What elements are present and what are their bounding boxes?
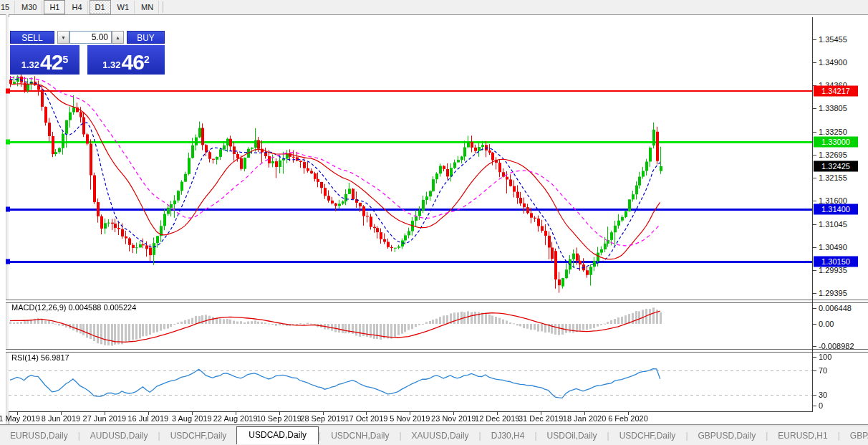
time-axis-date: 23 Nov 2019 [431,414,476,423]
tab-usdchf-daily[interactable]: USDCHF,Daily [609,428,686,444]
buy-price-button[interactable]: 1.32462 [87,45,165,75]
price-axis-value: 1.29395 [819,289,847,297]
price-axis-tick [813,224,816,225]
sell-price-main: 42 [40,52,62,72]
price-axis-value: 1.31045 [819,220,847,229]
rsi-axis-value: 70 [819,366,827,375]
time-axis-date: 28 Sep 2019 [300,414,344,423]
price-axis-tick [813,178,816,178]
hline-handle[interactable] [6,206,10,211]
time-axis-date: 8 Jun 2019 [42,414,80,423]
timeframe-button-d1[interactable]: D1 [90,0,111,14]
tab-eurusd-h1[interactable]: EURUSD,H1 [768,428,837,444]
price-flag: 1.30150 [814,256,858,267]
price-flag: 1.33000 [814,137,858,148]
macd-indicator-label: MACD(12,26,9) 0.004588 0.005224 [11,303,136,312]
macd-axis-value: 0.006448 [819,304,852,312]
rsi-indicator-label: RSI(14) 56.9817 [11,353,69,362]
timeframe-button-15[interactable]: 15 [1,1,15,14]
tab-usdchf-daily[interactable]: USDCHF,Daily [160,428,237,444]
price-axis-tick [813,155,816,155]
price-axis-tick [813,270,816,271]
timeframe-button-m30[interactable]: M30 [16,1,42,14]
price-axis-tick [813,39,816,40]
rsi-axis-value: 0 [819,401,823,410]
sell-price-pip: 5 [62,47,68,72]
price-axis-border [812,17,813,412]
buy-price-main: 46 [122,52,144,72]
price-axis-value: 1.32155 [819,173,847,182]
timeframe-button-mn[interactable]: MN [136,1,159,14]
time-axis-date: 22 Aug 2019 [213,414,258,423]
price-axis-value: 1.33805 [819,104,847,113]
macd-current-values: 0.004588 0.005224 [68,303,136,312]
price-axis-tick [813,108,816,109]
time-axis-date: 31 Dec 2019 [519,414,563,423]
rsi-axis-tick [813,406,816,406]
one-click-trade-panel: SELL ▼ 5.00 ▲ BUY 1.32425 1.32462 [10,31,165,75]
time-axis-border [9,411,813,412]
price-axis-tick [813,132,816,133]
timeframe-button-h1[interactable]: H1 [44,0,65,14]
price-axis-tick [813,293,816,294]
hline-handle[interactable] [6,140,10,145]
hline-handle[interactable] [6,89,10,94]
time-axis-date: 27 Jun 2019 [83,414,127,423]
volume-increase-icon[interactable]: ▲ [112,31,124,44]
price-flag: 1.34217 [814,86,858,97]
time-axis-date: 17 Oct 2019 [344,414,387,423]
volume-stepper: ▼ 5.00 ▲ [57,31,124,44]
price-axis-value: 1.33250 [819,128,847,136]
hline-handle[interactable] [6,259,10,264]
tab-audusd-daily[interactable]: AUDUSD,Daily [80,428,158,444]
price-axis-tick [813,62,816,63]
timeframe-button-w1[interactable]: W1 [112,1,135,14]
volume-decrease-icon[interactable]: ▼ [57,31,69,44]
buy-price-pip: 2 [144,47,150,72]
tab-gbpusd-daily[interactable]: GBPUSD,Daily [688,428,766,444]
time-axis-date: 5 Nov 2019 [390,414,430,423]
tab-xauusd-daily[interactable]: XAUUSD,Daily [402,428,479,444]
price-axis-tick [813,247,816,248]
rsi-axis-value: 30 [819,391,827,399]
time-axis-date: 21 May 2019 [0,414,40,423]
time-axis-date: 10 Sep 2019 [256,414,301,423]
price-axis-value: 1.29935 [819,266,847,274]
timeframe-button-h4[interactable]: H4 [67,1,87,14]
macd-axis-tick [813,308,816,309]
tab-usdoil-daily[interactable]: USDOil,Daily [537,428,607,444]
rsi-pane-canvas[interactable] [9,351,812,412]
rsi-pane-splitter[interactable] [6,349,868,353]
rsi-axis-value: 100 [819,353,831,361]
macd-axis-tick [813,324,816,325]
rsi-current-value: 56.9817 [41,353,69,362]
time-axis-date: 12 Dec 2019 [475,414,519,423]
rsi-axis-tick [813,357,816,358]
price-axis-value: 1.30490 [819,243,847,252]
tab-eurusd-daily[interactable]: EURUSD,Daily [0,428,78,444]
trading-terminal: 15M30H1H4D1W1MN ▲USDCAD,Daily 1.32588 1.… [0,0,868,445]
macd-axis-value: 0.00 [819,320,834,328]
sell-button[interactable]: SELL [10,31,54,44]
price-axis-tick [813,201,816,201]
rsi-axis-tick [813,395,816,396]
sell-price-button[interactable]: 1.32425 [10,45,79,75]
buy-price-prefix: 1.32 [102,58,120,72]
price-flag: 1.32425 [814,161,858,171]
tab-dj30-h4[interactable]: DJ30,H4 [481,428,535,444]
timeframe-toolbar: 15M30H1H4D1W1MN [0,0,868,15]
sell-price-prefix: 1.32 [21,58,39,72]
macd-axis-tick [813,346,816,347]
price-axis-value: 1.35455 [819,35,847,44]
time-axis-date: 18 Jan 2020 [563,414,607,423]
tab-usdcad-daily[interactable]: USDCAD,Daily [236,426,319,444]
volume-input[interactable]: 5.00 [69,31,112,44]
price-axis-value: 1.34900 [819,58,847,67]
price-axis-value: 1.32695 [819,150,847,159]
buy-button[interactable]: BUY [127,31,165,44]
time-axis-date: 16 Jul 2019 [127,414,168,423]
tab-gbpaud-h1[interactable]: GBPAUD,H1 [840,428,868,444]
tab-usdcnh-daily[interactable]: USDCNH,Daily [321,428,399,444]
chart-tab-bar: EURUSD,Daily|AUDUSD,Daily|USDCHF,DailyUS… [0,426,868,445]
time-axis-date: 3 Aug 2019 [172,414,212,423]
